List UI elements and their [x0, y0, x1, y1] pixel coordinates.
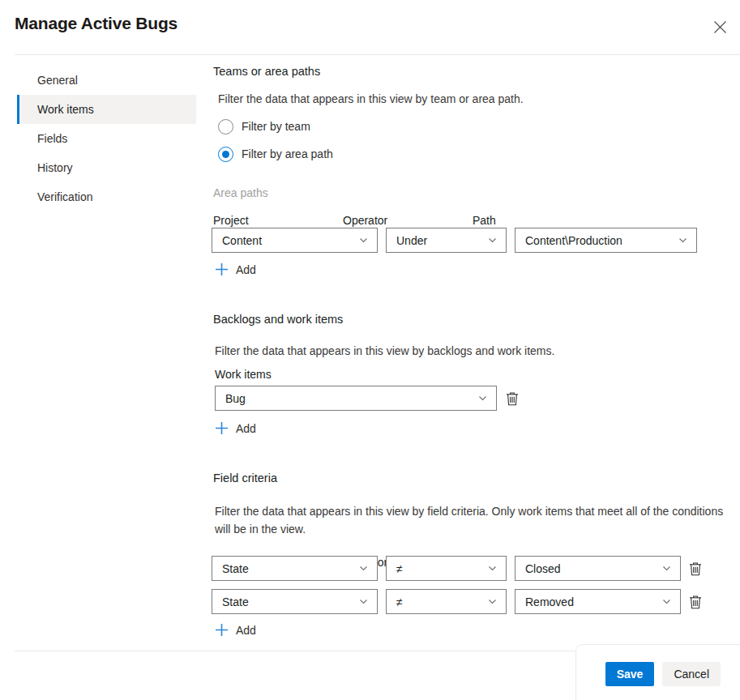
field-select-value: State	[222, 562, 249, 575]
chevron-down-icon	[358, 563, 369, 574]
area-paths-label: Area paths	[213, 186, 268, 199]
radio-dot	[222, 151, 229, 158]
add-label: Add	[236, 624, 256, 637]
column-label-path: Path	[473, 214, 496, 227]
footer-divider	[15, 651, 575, 651]
plus-icon	[215, 421, 229, 435]
sidebar-item-label: Work items	[37, 103, 94, 116]
path-select[interactable]: Content\Production	[515, 228, 697, 253]
teams-section-heading: Teams or area paths	[213, 65, 320, 78]
work-items-label: Work items	[215, 368, 272, 381]
area-operator-select-value: Under	[396, 234, 427, 247]
dialog-sidebar: General Work items Fields History Verifi…	[17, 66, 196, 211]
area-path-row: Content Under Content\Production	[212, 228, 697, 253]
dialog-content: Teams or area paths Filter the data that…	[212, 65, 740, 92]
close-button[interactable]	[711, 18, 729, 36]
filter-by-area-path-radio[interactable]: Filter by area path	[218, 146, 333, 162]
value-select[interactable]: Closed	[515, 556, 681, 581]
radio-circle	[218, 147, 233, 162]
cancel-button[interactable]: Cancel	[662, 662, 721, 686]
sidebar-item-label: History	[37, 161, 73, 174]
chevron-down-icon	[358, 235, 369, 245]
backlogs-section-heading: Backlogs and work items	[213, 313, 343, 326]
backlogs-section-description: Filter the data that appears in this vie…	[215, 342, 734, 360]
radio-label: Filter by area path	[242, 147, 333, 160]
radio-circle	[218, 119, 233, 134]
area-paths-column-labels: Project Operator Path	[212, 214, 730, 228]
sidebar-item-label: General	[37, 74, 78, 87]
chevron-down-icon	[487, 563, 498, 574]
field-criteria-heading: Field criteria	[213, 472, 277, 484]
chevron-down-icon	[661, 563, 672, 574]
operator-select-value: ≠	[396, 562, 403, 575]
column-label-operator: Operator	[343, 214, 387, 227]
footer: Save Cancel	[575, 644, 740, 700]
add-label: Add	[236, 263, 256, 276]
field-select[interactable]: State	[212, 589, 378, 614]
operator-select[interactable]: ≠	[386, 556, 507, 581]
column-label-project: Project	[213, 214, 249, 227]
add-area-path-button[interactable]: Add	[213, 261, 258, 278]
sidebar-item-verification[interactable]: Verification	[17, 182, 196, 211]
save-button[interactable]: Save	[605, 662, 655, 686]
field-criteria-row: State ≠ Closed	[212, 556, 704, 581]
sidebar-item-history[interactable]: History	[17, 153, 196, 182]
header-divider	[15, 54, 740, 55]
trash-icon	[506, 391, 519, 406]
field-select-value: State	[222, 595, 249, 608]
operator-select-value: ≠	[396, 595, 403, 608]
work-items-row: Bug	[215, 386, 520, 411]
close-icon	[713, 20, 727, 34]
delete-work-item-button[interactable]	[504, 390, 520, 408]
field-criteria-row: State ≠ Removed	[212, 589, 704, 614]
plus-icon	[215, 623, 229, 637]
sidebar-item-label: Verification	[37, 190, 92, 203]
path-select-value: Content\Production	[525, 234, 622, 247]
chevron-down-icon	[358, 596, 369, 607]
plus-icon	[215, 262, 229, 276]
radio-label: Filter by team	[242, 120, 310, 133]
add-work-item-button[interactable]: Add	[213, 420, 258, 437]
chevron-down-icon	[487, 235, 498, 245]
chevron-down-icon	[661, 596, 672, 607]
add-field-criteria-button[interactable]: Add	[213, 621, 258, 638]
work-item-type-select[interactable]: Bug	[215, 386, 497, 411]
chevron-down-icon	[678, 235, 688, 245]
value-select[interactable]: Removed	[515, 589, 681, 614]
dialog-title: Manage Active Bugs	[15, 14, 178, 33]
value-select-value: Closed	[525, 562, 561, 575]
sidebar-item-label: Fields	[37, 132, 67, 145]
sidebar-item-fields[interactable]: Fields	[17, 124, 196, 153]
delete-criteria-button[interactable]	[687, 560, 704, 578]
value-select-value: Removed	[525, 595, 574, 608]
teams-section-description: Filter the data that appears in this vie…	[218, 90, 737, 108]
field-criteria-description: Filter the data that appears in this vie…	[215, 502, 734, 538]
area-operator-select[interactable]: Under	[386, 228, 507, 253]
sidebar-item-work-items[interactable]: Work items	[17, 95, 196, 124]
project-select[interactable]: Content	[212, 228, 378, 253]
trash-icon	[689, 595, 702, 609]
project-select-value: Content	[222, 234, 262, 247]
trash-icon	[689, 561, 702, 576]
work-item-type-select-value: Bug	[225, 392, 246, 405]
filter-by-team-radio[interactable]: Filter by team	[218, 118, 310, 134]
chevron-down-icon	[487, 596, 498, 607]
chevron-down-icon	[477, 393, 488, 403]
operator-select[interactable]: ≠	[386, 589, 507, 614]
delete-criteria-button[interactable]	[687, 593, 704, 611]
add-label: Add	[236, 422, 256, 435]
field-select[interactable]: State	[212, 556, 378, 581]
sidebar-item-general[interactable]: General	[17, 66, 196, 95]
manage-active-bugs-dialog: Manage Active Bugs General Work items Fi…	[0, 0, 740, 700]
